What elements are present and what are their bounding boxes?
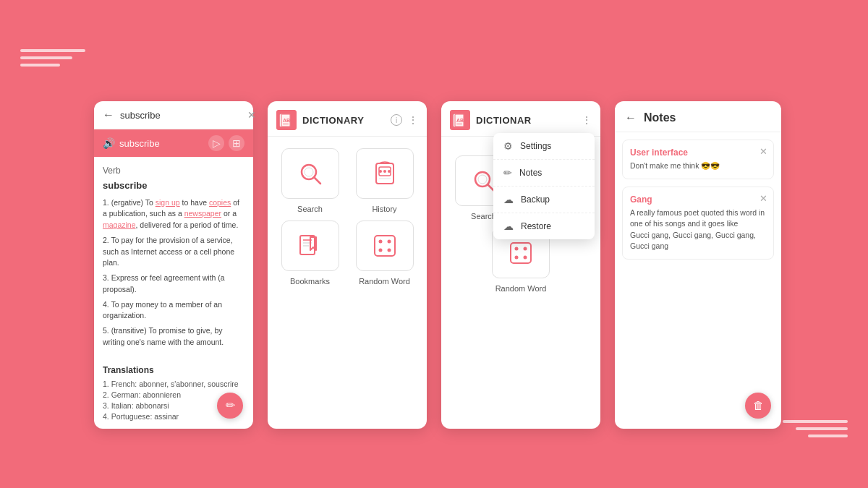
deco-line-5 [796,427,848,430]
search-input[interactable] [120,110,242,121]
dropdown-notes[interactable]: ✏ Notes [493,160,595,187]
highlighted-word: subscribe [119,138,160,149]
note-1-title: User interface [630,147,766,158]
panel3-header-icons: ⋮ [582,114,592,126]
deco-lines-top-left [20,49,85,67]
menu-item-history[interactable]: History [351,148,418,213]
svg-point-10 [379,170,382,173]
panel3-header: ABC DICTIONAR ⋮ [441,101,600,137]
panel-notes: ← Notes User interface Don't make me thi… [615,101,781,429]
svg-line-6 [314,177,320,184]
notes-icon: ✏ [503,167,512,179]
menu-grid: Search History [268,137,427,297]
dict-logo: ABC [276,110,297,130]
menu-item-random[interactable]: Random Word [351,221,418,286]
dict-title: DICTIONARY [302,115,385,126]
delete-fab-button[interactable]: 🗑 [745,393,771,419]
svg-point-22 [378,249,382,252]
note-card-2: Gang A really famous poet quoted this wo… [622,187,774,260]
menu-item-box-search [281,148,339,199]
notes-header: ← Notes [615,101,781,132]
note-1-body: Don't make me think 😎😎 [630,160,766,171]
random-icon [369,230,401,262]
link-signup[interactable]: sign up [156,198,180,207]
deco-lines-bottom-right [783,420,848,437]
notes-list: User interface Don't make me think 😎😎 ✕ … [615,132,781,267]
edit-fab-button[interactable]: ✏ [217,393,243,419]
def-item-5: 5. (transitive) To promise to give, by w… [103,325,244,348]
panels-container: ← ✕ 🔊 subscribe ▷ ⊞ Verb subscribe 1. (e… [94,101,781,429]
trans-french: 1. French: abonner, s'abonner, souscrire [103,380,244,388]
logo-svg-2: ABC [450,110,470,130]
speaker-icon[interactable]: 🔊 [103,137,115,149]
svg-rect-14 [300,236,315,254]
svg-point-40 [515,256,519,260]
header-icons: i ⋮ [391,114,418,126]
word-title: subscribe [103,179,244,193]
translations-title: Translations [103,365,244,375]
definition-content: Verb subscribe 1. (ergative) To sign up … [94,157,253,359]
panel3-logo: ABC [450,110,470,130]
menu-item-box-random [356,221,414,271]
menu-item-bookmarks[interactable]: Bookmarks [276,221,344,286]
logo-svg: ABC [276,110,297,130]
deco-line-3 [20,64,60,67]
svg-rect-37 [511,243,531,263]
history-label: History [372,205,396,213]
random-label: Random Word [359,277,410,286]
def-item-2: 2. To pay for the provision of a service… [103,235,244,269]
more-icon[interactable]: ⋮ [408,114,418,126]
deco-line-1 [20,49,85,52]
svg-point-12 [388,170,391,173]
menu-item-box-bookmarks [281,221,339,271]
note-2-close[interactable]: ✕ [760,193,767,204]
bookmark-action-btn[interactable]: ⊞ [229,135,244,151]
dropdown-backup[interactable]: ☁ Backup [493,187,595,213]
svg-rect-28 [456,124,462,124]
note-1-close[interactable]: ✕ [760,146,767,157]
svg-rect-19 [375,236,395,256]
notes-back-arrow[interactable]: ← [625,111,637,124]
note-card-1: User interface Don't make me think 😎😎 ✕ [622,140,774,179]
search-label: Search [297,205,323,213]
dropdown-settings[interactable]: ⚙ Settings [493,133,595,160]
word-highlight-bar: 🔊 subscribe ▷ ⊞ [94,129,253,157]
restore-icon: ☁ [503,221,514,232]
menu-item-search[interactable]: Search [276,148,344,213]
menu-item-box-history [356,148,414,199]
note-2-body: A really famous poet quoted this word in… [630,207,766,252]
deco-line-6 [808,435,848,437]
svg-point-23 [387,249,391,252]
play-action-btn[interactable]: ▷ [208,135,224,151]
back-arrow-icon[interactable]: ← [103,108,114,121]
bookmarks-label: Bookmarks [290,277,330,286]
panel-definition: ← ✕ 🔊 subscribe ▷ ⊞ Verb subscribe 1. (e… [94,101,253,429]
link-copies[interactable]: copies [209,198,231,207]
word-label: 🔊 subscribe [103,137,160,149]
def-item-1: 1. (ergative) To sign up to have copies … [103,197,244,231]
dropdown-menu: ⚙ Settings ✏ Notes ☁ Backup ☁ Restore [493,133,595,239]
search-bar: ← ✕ [94,101,253,129]
clear-icon[interactable]: ✕ [247,109,256,121]
svg-point-38 [515,247,519,251]
panel3-more-icon[interactable]: ⋮ [582,114,592,126]
dropdown-restore[interactable]: ☁ Restore [493,213,595,239]
settings-label: Settings [520,141,551,151]
link-magazine[interactable]: magazine [103,221,136,229]
panel-dictionary-home: ABC DICTIONARY i ⋮ Search [268,101,427,429]
link-newspaper[interactable]: newspaper [184,209,221,218]
panel3-random-label: Random Word [495,284,547,293]
note-2-title: Gang [630,194,766,205]
svg-text:ABC: ABC [283,118,294,123]
notes-label: Notes [519,168,542,178]
panel3-title: DICTIONAR [476,115,576,126]
svg-point-41 [524,256,527,260]
panel-dictionary-dropdown: ABC DICTIONAR ⋮ ⚙ Settings ✏ Notes ☁ Bac… [441,101,600,429]
settings-icon: ⚙ [503,140,513,152]
notes-title: Notes [644,111,676,124]
info-icon[interactable]: i [391,114,402,126]
svg-text:ABC: ABC [456,118,467,123]
deco-line-2 [20,56,72,59]
svg-point-7 [305,168,313,176]
svg-point-11 [383,170,386,173]
